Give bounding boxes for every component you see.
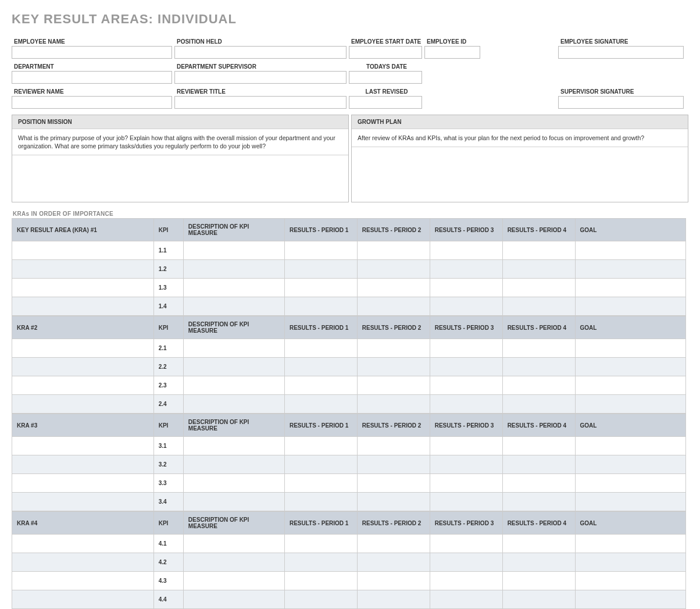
p4-cell[interactable] — [502, 455, 575, 474]
goal-cell[interactable] — [575, 590, 685, 609]
p2-cell[interactable] — [357, 241, 430, 260]
p1-cell[interactable] — [284, 572, 357, 590]
kpi-cell[interactable]: 3.4 — [153, 493, 183, 511]
p1-cell[interactable] — [284, 535, 357, 553]
p2-cell[interactable] — [357, 455, 430, 474]
p4-cell[interactable] — [502, 376, 575, 395]
desc-cell[interactable] — [183, 553, 284, 572]
kpi-cell[interactable]: 1.2 — [153, 260, 183, 279]
department-supervisor-field[interactable] — [174, 71, 347, 84]
last-revised-field[interactable] — [349, 96, 422, 109]
p3-cell[interactable] — [430, 297, 502, 316]
p1-cell[interactable] — [284, 395, 357, 414]
kpi-cell[interactable]: 3.2 — [153, 455, 183, 474]
reviewer-name-field[interactable] — [12, 96, 172, 109]
goal-cell[interactable] — [575, 572, 685, 590]
p4-cell[interactable] — [502, 474, 575, 493]
p3-cell[interactable] — [430, 493, 502, 511]
p4-cell[interactable] — [502, 260, 575, 279]
goal-cell[interactable] — [575, 474, 685, 493]
goal-cell[interactable] — [575, 260, 685, 279]
p3-cell[interactable] — [430, 437, 502, 455]
p2-cell[interactable] — [357, 376, 430, 395]
p4-cell[interactable] — [502, 297, 575, 316]
position-held-field[interactable] — [174, 46, 347, 59]
desc-cell[interactable] — [183, 437, 284, 455]
goal-cell[interactable] — [575, 553, 685, 572]
kpi-cell[interactable]: 4.4 — [153, 590, 183, 609]
p4-cell[interactable] — [502, 241, 575, 260]
p1-cell[interactable] — [284, 376, 357, 395]
p2-cell[interactable] — [357, 358, 430, 376]
kpi-cell[interactable]: 1.3 — [153, 279, 183, 297]
goal-cell[interactable] — [575, 241, 685, 260]
p2-cell[interactable] — [357, 535, 430, 553]
goal-cell[interactable] — [575, 535, 685, 553]
p1-cell[interactable] — [284, 590, 357, 609]
p1-cell[interactable] — [284, 553, 357, 572]
p4-cell[interactable] — [502, 358, 575, 376]
p1-cell[interactable] — [284, 437, 357, 455]
kpi-cell[interactable]: 4.1 — [153, 535, 183, 553]
goal-cell[interactable] — [575, 339, 685, 358]
desc-cell[interactable] — [183, 493, 284, 511]
p4-cell[interactable] — [502, 279, 575, 297]
kpi-cell[interactable]: 3.1 — [153, 437, 183, 455]
p4-cell[interactable] — [502, 572, 575, 590]
desc-cell[interactable] — [183, 260, 284, 279]
p3-cell[interactable] — [430, 241, 502, 260]
kpi-cell[interactable]: 2.2 — [153, 358, 183, 376]
p3-cell[interactable] — [430, 376, 502, 395]
desc-cell[interactable] — [183, 572, 284, 590]
p4-cell[interactable] — [502, 535, 575, 553]
goal-cell[interactable] — [575, 297, 685, 316]
p3-cell[interactable] — [430, 260, 502, 279]
desc-cell[interactable] — [183, 535, 284, 553]
p2-cell[interactable] — [357, 297, 430, 316]
desc-cell[interactable] — [183, 474, 284, 493]
p1-cell[interactable] — [284, 455, 357, 474]
p1-cell[interactable] — [284, 241, 357, 260]
p1-cell[interactable] — [284, 260, 357, 279]
p1-cell[interactable] — [284, 474, 357, 493]
p2-cell[interactable] — [357, 260, 430, 279]
desc-cell[interactable] — [183, 279, 284, 297]
todays-date-field[interactable] — [349, 71, 422, 84]
p1-cell[interactable] — [284, 358, 357, 376]
desc-cell[interactable] — [183, 358, 284, 376]
p2-cell[interactable] — [357, 493, 430, 511]
goal-cell[interactable] — [575, 493, 685, 511]
p1-cell[interactable] — [284, 279, 357, 297]
p2-cell[interactable] — [357, 395, 430, 414]
kpi-cell[interactable]: 2.1 — [153, 339, 183, 358]
kpi-cell[interactable]: 1.4 — [153, 297, 183, 316]
employee-signature-field[interactable] — [558, 46, 684, 59]
desc-cell[interactable] — [183, 590, 284, 609]
supervisor-signature-field[interactable] — [558, 96, 684, 109]
p3-cell[interactable] — [430, 553, 502, 572]
desc-cell[interactable] — [183, 376, 284, 395]
goal-cell[interactable] — [575, 437, 685, 455]
p2-cell[interactable] — [357, 553, 430, 572]
p2-cell[interactable] — [357, 590, 430, 609]
p2-cell[interactable] — [357, 437, 430, 455]
p4-cell[interactable] — [502, 437, 575, 455]
kpi-cell[interactable]: 4.3 — [153, 572, 183, 590]
desc-cell[interactable] — [183, 339, 284, 358]
p2-cell[interactable] — [357, 474, 430, 493]
p4-cell[interactable] — [502, 339, 575, 358]
p4-cell[interactable] — [502, 590, 575, 609]
goal-cell[interactable] — [575, 395, 685, 414]
employee-id-field[interactable] — [424, 46, 480, 59]
employee-start-date-field[interactable] — [349, 46, 422, 59]
desc-cell[interactable] — [183, 395, 284, 414]
kpi-cell[interactable]: 1.1 — [153, 241, 183, 260]
p3-cell[interactable] — [430, 395, 502, 414]
goal-cell[interactable] — [575, 358, 685, 376]
kpi-cell[interactable]: 3.3 — [153, 474, 183, 493]
position-mission-body[interactable] — [12, 155, 348, 202]
growth-plan-body[interactable] — [352, 147, 688, 194]
p3-cell[interactable] — [430, 572, 502, 590]
p3-cell[interactable] — [430, 535, 502, 553]
desc-cell[interactable] — [183, 241, 284, 260]
